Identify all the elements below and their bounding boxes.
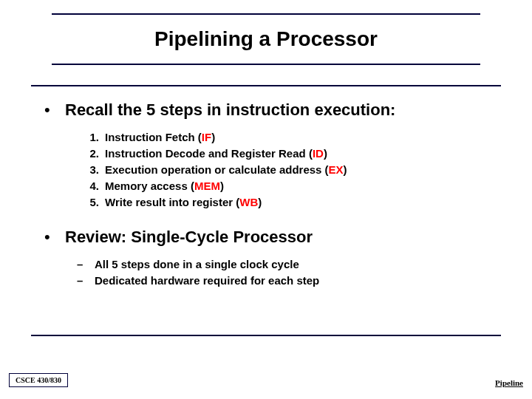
bullet-1-text: Recall the 5 steps in instruction execut…	[65, 100, 395, 120]
slide-title: Pipelining a Processor	[154, 27, 378, 51]
abbr: EX	[329, 163, 344, 176]
item-number: 2.	[86, 146, 105, 162]
abbr: WB	[239, 196, 258, 208]
dash-mark: –	[75, 273, 95, 289]
list-item: 1. Instruction Fetch (IF)	[86, 129, 491, 146]
list-item: – Dedicated hardware required for each s…	[75, 273, 491, 289]
bullet-mark: •	[41, 100, 65, 120]
bullet-mark: •	[41, 227, 65, 248]
item-text: Dedicated hardware required for each ste…	[95, 273, 319, 289]
bullet-1: • Recall the 5 steps in instruction exec…	[41, 100, 491, 120]
item-text: Memory access (MEM)	[105, 178, 224, 194]
item-number: 4.	[86, 178, 105, 194]
list-item: 4. Memory access (MEM)	[86, 178, 491, 194]
item-text: Instruction Fetch (IF)	[105, 129, 215, 146]
bullet-2: • Review: Single-Cycle Processor	[41, 227, 491, 248]
slide: Pipelining a Processor • Recall the 5 st…	[0, 0, 532, 399]
abbr: MEM	[194, 180, 220, 192]
title-box: Pipelining a Processor	[52, 13, 480, 65]
list-item: 5. Write result into register (WB)	[86, 194, 491, 211]
list-item: 3. Execution operation or calculate addr…	[86, 162, 491, 178]
dash-mark: –	[75, 256, 95, 273]
bullet-2-text: Review: Single-Cycle Processor	[65, 227, 313, 248]
item-text: All 5 steps done in a single clock cycle	[95, 256, 299, 273]
footer-course: CSCE 430/830	[9, 373, 68, 387]
item-text: Write result into register (WB)	[105, 194, 262, 211]
item-number: 5.	[86, 194, 105, 211]
abbr: IF	[202, 131, 211, 143]
abbr: ID	[313, 147, 324, 160]
footer-topic: Pipeline	[495, 378, 523, 387]
item-number: 3.	[86, 162, 105, 178]
list-item: – All 5 steps done in a single clock cyc…	[75, 256, 491, 273]
dash-list: – All 5 steps done in a single clock cyc…	[75, 256, 491, 289]
list-item: 2. Instruction Decode and Register Read …	[86, 146, 491, 162]
item-text: Instruction Decode and Register Read (ID…	[105, 146, 327, 162]
item-number: 1.	[86, 129, 105, 146]
body-box: • Recall the 5 steps in instruction exec…	[31, 85, 501, 336]
numbered-list: 1. Instruction Fetch (IF) 2. Instruction…	[86, 129, 491, 211]
item-text: Execution operation or calculate address…	[105, 162, 347, 178]
